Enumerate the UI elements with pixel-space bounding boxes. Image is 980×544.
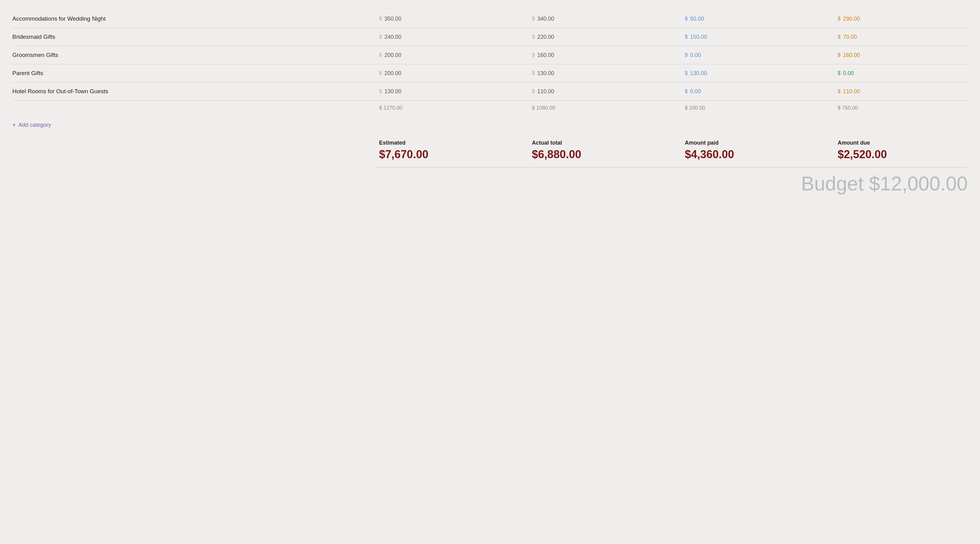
actual-value: 220.00: [538, 34, 554, 40]
totals-label-row: Estimated Actual total Amount paid Amoun…: [12, 137, 968, 147]
estimated-value: 200.00: [384, 70, 401, 77]
row-actual: $ 160.00: [528, 46, 681, 64]
dollar-icon: $: [532, 88, 535, 94]
row-due: $ 290.00: [834, 10, 968, 28]
due-value: 0.00: [843, 70, 854, 77]
dollar-icon: $: [532, 52, 535, 58]
table-row: Groomsmen Gifts $ 200.00 $ 160.00 $ 0.00: [12, 46, 968, 64]
totals-section: Estimated Actual total Amount paid Amoun…: [12, 137, 968, 195]
row-name: Parent Gifts: [12, 64, 375, 82]
add-category-label: Add category: [19, 122, 51, 128]
paid-label: Amount paid: [681, 137, 834, 147]
subtotals-row: $ 1270.00 $ 1080.00 $ 330.00 $ 750.00: [12, 101, 968, 116]
due-value: 110.00: [843, 88, 860, 95]
paid-value: 0.00: [690, 88, 701, 95]
total-due-value: $2,520.00: [834, 147, 968, 165]
table-row: Bridesmaid Gifts $ 240.00 $ 220.00 $ 150…: [12, 28, 968, 46]
dollar-icon: $: [532, 70, 535, 76]
dollar-icon: $: [838, 70, 840, 76]
row-estimated: $ 130.00: [375, 82, 528, 101]
budget-display: Budget $12,000.00: [12, 172, 968, 195]
row-name: Accommodations for Wedding Night: [12, 10, 375, 28]
dollar-icon: $: [379, 34, 382, 40]
actual-value: 160.00: [538, 52, 554, 59]
row-name: Hotel Rooms for Out-of-Town Guests: [12, 82, 375, 101]
dollar-icon: $: [532, 16, 535, 22]
row-due: $ 160.00: [834, 46, 968, 64]
totals-divider: [375, 167, 968, 167]
dollar-icon: $: [379, 52, 382, 58]
total-paid-value: $4,360.00: [681, 147, 834, 165]
subtotal-paid: $ 330.00: [685, 105, 830, 111]
dollar-icon: $: [685, 52, 687, 58]
totals-value-row: $7,670.00 $6,880.00 $4,360.00 $2,520.00: [12, 147, 968, 165]
estimated-label: Estimated: [375, 137, 528, 147]
dollar-icon: $: [685, 88, 687, 94]
dollar-icon: $: [838, 88, 840, 94]
row-paid: $ 150.00: [681, 28, 834, 46]
estimated-value: 130.00: [384, 88, 401, 95]
actual-label: Actual total: [528, 137, 681, 147]
add-category-row: + Add category: [12, 116, 968, 135]
dollar-icon: $: [838, 34, 840, 40]
row-estimated: $ 240.00: [375, 28, 528, 46]
row-paid: $ 130.00: [681, 64, 834, 82]
row-due: $ 70.00: [834, 28, 968, 46]
row-estimated: $ 200.00: [375, 64, 528, 82]
subtotal-due: $ 750.00: [838, 105, 964, 111]
due-value: 290.00: [843, 16, 860, 22]
estimated-value: 240.00: [384, 34, 401, 40]
row-actual: $ 130.00: [528, 64, 681, 82]
due-value: 160.00: [843, 52, 860, 59]
totals-table: Estimated Actual total Amount paid Amoun…: [12, 137, 968, 165]
dollar-icon: $: [685, 70, 687, 76]
row-paid: $ 50.00: [681, 10, 834, 28]
row-paid: $ 0.00: [681, 46, 834, 64]
plus-icon: +: [12, 122, 16, 128]
row-due: $ 0.00: [834, 64, 968, 82]
row-actual: $ 220.00: [528, 28, 681, 46]
paid-value: 150.00: [690, 34, 707, 40]
dollar-icon: $: [685, 16, 687, 22]
table-row: Accommodations for Wedding Night $ 350.0…: [12, 10, 968, 28]
actual-value: 110.00: [538, 88, 554, 95]
paid-value: 50.00: [690, 16, 704, 22]
dollar-icon: $: [838, 52, 840, 58]
dollar-icon: $: [685, 34, 687, 40]
dollar-icon: $: [379, 16, 382, 22]
subtotal-estimated: $ 1270.00: [379, 105, 525, 111]
total-estimated-value: $7,670.00: [375, 147, 528, 165]
row-name: Groomsmen Gifts: [12, 46, 375, 64]
row-due: $ 110.00: [834, 82, 968, 101]
due-label: Amount due: [834, 137, 968, 147]
actual-value: 130.00: [538, 70, 554, 77]
row-actual: $ 110.00: [528, 82, 681, 101]
add-category-button[interactable]: + Add category: [12, 122, 51, 128]
dollar-icon: $: [379, 70, 382, 76]
estimated-value: 350.00: [384, 16, 401, 22]
row-estimated: $ 200.00: [375, 46, 528, 64]
table-row: Parent Gifts $ 200.00 $ 130.00 $ 130.00: [12, 64, 968, 82]
budget-table: Accommodations for Wedding Night $ 350.0…: [12, 10, 968, 135]
due-value: 70.00: [843, 34, 857, 40]
dollar-icon: $: [532, 34, 535, 40]
paid-value: 130.00: [690, 70, 707, 77]
estimated-value: 200.00: [384, 52, 401, 59]
row-paid: $ 0.00: [681, 82, 834, 101]
row-actual: $ 340.00: [528, 10, 681, 28]
paid-value: 0.00: [690, 52, 701, 59]
subtotal-actual: $ 1080.00: [532, 105, 677, 111]
total-actual-value: $6,880.00: [528, 147, 681, 165]
budget-label: Budget $12,000.00: [801, 173, 968, 195]
dollar-icon: $: [838, 16, 840, 22]
table-row: Hotel Rooms for Out-of-Town Guests $ 130…: [12, 82, 968, 101]
row-name: Bridesmaid Gifts: [12, 28, 375, 46]
dollar-icon: $: [379, 88, 382, 94]
row-estimated: $ 350.00: [375, 10, 528, 28]
actual-value: 340.00: [538, 16, 554, 22]
